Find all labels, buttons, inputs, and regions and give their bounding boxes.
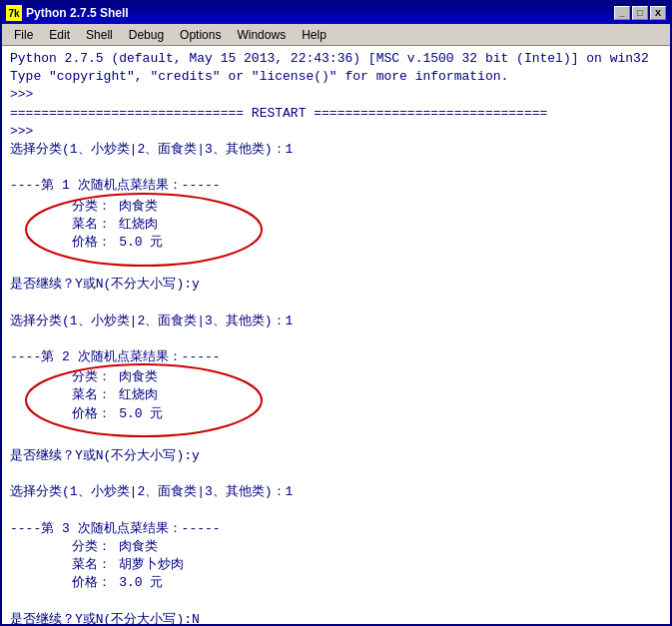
app-icon: 7k	[6, 5, 22, 21]
output-line-3: >>>	[10, 86, 662, 104]
output-line-14	[10, 294, 662, 312]
main-window: 7k Python 2.7.5 Shell _ □ X File Edit Sh…	[0, 0, 672, 626]
output-line-6: 选择分类(1、小炒类|2、面食类|3、其他类)：1	[10, 141, 662, 159]
title-left: 7k Python 2.7.5 Shell	[6, 5, 129, 21]
output-line-2: Type "copyright", "credits" or "license(…	[10, 68, 662, 86]
output-line-8: ----第 1 次随机点菜结果：-----	[10, 177, 662, 195]
output-line-16	[10, 330, 662, 348]
output-line-13: 是否继续？Y或N(不分大小写):y	[10, 276, 662, 294]
output-line-5: >>>	[10, 123, 662, 141]
output-line-30	[10, 592, 662, 610]
window-title: Python 2.7.5 Shell	[26, 6, 129, 20]
maximize-button[interactable]: □	[632, 6, 648, 20]
menu-windows[interactable]: Windows	[229, 26, 294, 44]
output-line-4: ============================== RESTART =…	[10, 105, 662, 123]
output-line-24: 选择分类(1、小炒类|2、面食类|3、其他类)：1	[10, 483, 662, 501]
menu-edit[interactable]: Edit	[41, 26, 78, 44]
output-line-22: 是否继续？Y或N(不分大小写):y	[10, 447, 662, 465]
menu-debug[interactable]: Debug	[121, 26, 172, 44]
oval-group-2: 分类： 肉食类 菜名： 红烧肉 价格： 5.0 元	[10, 368, 662, 427]
output-line-21	[10, 429, 662, 447]
output-line-23	[10, 465, 662, 483]
output-line-1: Python 2.7.5 (default, May 15 2013, 22:4…	[10, 50, 662, 68]
minimize-button[interactable]: _	[614, 6, 630, 20]
output-line-25	[10, 502, 662, 520]
output-line-26: ----第 3 次随机点菜结果：-----	[10, 520, 662, 538]
output-line-12	[10, 258, 662, 276]
output-line-19: 菜名： 红烧肉	[10, 386, 662, 404]
menu-shell[interactable]: Shell	[78, 26, 121, 44]
output-line-9: 分类： 肉食类	[10, 198, 662, 216]
output-line-7	[10, 159, 662, 177]
oval-group-1: 分类： 肉食类 菜名： 红烧肉 价格： 5.0 元	[10, 198, 662, 257]
menu-options[interactable]: Options	[172, 26, 229, 44]
output-line-27: 分类： 肉食类	[10, 538, 662, 556]
output-line-15: 选择分类(1、小炒类|2、面食类|3、其他类)：1	[10, 313, 662, 330]
output-line-11: 价格： 5.0 元	[10, 234, 662, 252]
output-line-17: ----第 2 次随机点菜结果：-----	[10, 348, 662, 366]
output-line-20: 价格： 5.0 元	[10, 405, 662, 423]
menu-help[interactable]: Help	[294, 26, 335, 44]
output-line-29: 价格： 3.0 元	[10, 574, 662, 592]
title-controls: _ □ X	[614, 6, 666, 20]
output-line-31: 是否继续？Y或N(不分大小写):N	[10, 611, 662, 624]
output-line-28: 菜名： 胡萝卜炒肉	[10, 556, 662, 574]
output-line-10: 菜名： 红烧肉	[10, 216, 662, 234]
title-bar: 7k Python 2.7.5 Shell _ □ X	[2, 2, 670, 24]
menu-file[interactable]: File	[6, 26, 41, 44]
shell-content[interactable]: Python 2.7.5 (default, May 15 2013, 22:4…	[2, 46, 670, 624]
output-line-18: 分类： 肉食类	[10, 368, 662, 386]
close-button[interactable]: X	[650, 6, 666, 20]
menu-bar: File Edit Shell Debug Options Windows He…	[2, 24, 670, 46]
